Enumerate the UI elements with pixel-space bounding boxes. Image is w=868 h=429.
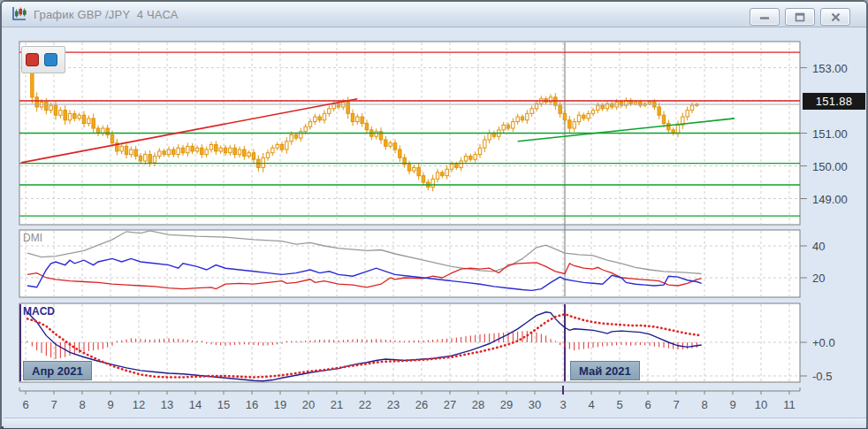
svg-text:8: 8 xyxy=(701,398,707,411)
svg-text:7: 7 xyxy=(50,398,57,411)
maximize-icon xyxy=(795,12,805,22)
chart-canvas[interactable]: 6789121314151619202122232627282930345678… xyxy=(2,2,868,429)
minimize-button[interactable] xyxy=(750,8,780,26)
svg-text:20: 20 xyxy=(812,272,825,285)
svg-text:26: 26 xyxy=(415,398,428,411)
svg-text:16: 16 xyxy=(246,398,258,411)
svg-text:12: 12 xyxy=(133,398,145,411)
horizontal-scrollbar[interactable] xyxy=(4,418,866,428)
svg-text:30: 30 xyxy=(529,398,541,411)
series-toolbar xyxy=(21,46,65,73)
macd-panel-label: MACD xyxy=(23,305,55,318)
svg-text:10: 10 xyxy=(755,398,767,411)
close-button[interactable] xyxy=(820,8,850,26)
svg-text:14: 14 xyxy=(189,398,202,411)
svg-text:15: 15 xyxy=(217,398,230,411)
svg-text:28: 28 xyxy=(472,398,484,411)
dmi-panel-label: DMI xyxy=(23,232,42,244)
close-icon xyxy=(831,12,841,22)
svg-text:-0.5: -0.5 xyxy=(812,370,832,383)
svg-text:19: 19 xyxy=(274,398,286,411)
svg-text:5: 5 xyxy=(616,398,622,411)
svg-text:149.00: 149.00 xyxy=(812,193,848,206)
svg-text:4: 4 xyxy=(588,398,594,411)
svg-text:6: 6 xyxy=(22,398,28,411)
titlebar[interactable]: График GBP /JPY 4 ЧАСА xyxy=(2,2,866,27)
svg-text:3: 3 xyxy=(560,398,566,411)
svg-text:6: 6 xyxy=(644,398,651,411)
svg-text:151.00: 151.00 xyxy=(812,127,848,141)
svg-text:27: 27 xyxy=(444,398,456,411)
svg-text:11: 11 xyxy=(783,398,796,411)
gridlines xyxy=(19,42,800,382)
current-price-badge: 151.88 xyxy=(803,93,865,110)
minimize-icon xyxy=(759,12,770,21)
candlestick-chart-icon xyxy=(11,5,28,23)
svg-text:13: 13 xyxy=(161,398,173,411)
maximize-button[interactable] xyxy=(785,8,815,26)
svg-text:9: 9 xyxy=(729,398,735,411)
month-label-may: Май 2021 xyxy=(570,361,640,380)
window-title: График GBP /JPY 4 ЧАСА xyxy=(34,8,179,21)
svg-text:21: 21 xyxy=(331,398,343,411)
red-series-button[interactable] xyxy=(26,53,39,66)
svg-text:23: 23 xyxy=(387,398,400,411)
blue-series-button[interactable] xyxy=(44,53,57,66)
month-label-april: Апр 2021 xyxy=(23,361,92,380)
svg-text:+0.0: +0.0 xyxy=(812,336,835,349)
window-controls xyxy=(750,8,850,26)
svg-text:150.00: 150.00 xyxy=(812,160,848,173)
svg-text:29: 29 xyxy=(500,398,513,411)
x-axis: 6789121314151619202122232627282930345678… xyxy=(19,386,800,411)
chart-window: 6789121314151619202122232627282930345678… xyxy=(0,0,868,429)
svg-text:8: 8 xyxy=(79,398,85,411)
svg-text:9: 9 xyxy=(107,398,113,411)
svg-text:22: 22 xyxy=(359,398,371,411)
svg-text:153.00: 153.00 xyxy=(812,62,848,75)
svg-text:20: 20 xyxy=(302,398,315,411)
svg-text:7: 7 xyxy=(673,398,679,411)
price-axis: 153.00151.00150.00149.004020+0.0-0.5 xyxy=(800,62,848,383)
svg-text:40: 40 xyxy=(812,240,825,253)
